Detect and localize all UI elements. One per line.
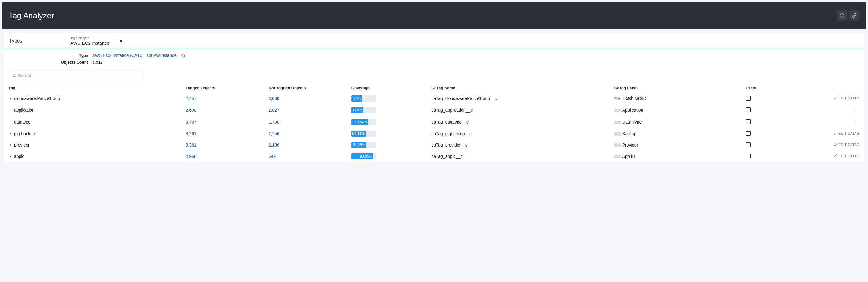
tagged-count[interactable]: 3,381 <box>186 143 196 147</box>
refresh-button[interactable] <box>837 10 847 21</box>
catag-name: caTag_cloudawarePatchGroup__c <box>432 96 497 101</box>
chevron-right-icon[interactable] <box>8 143 12 147</box>
close-icon[interactable]: ✕ <box>119 38 123 44</box>
edit-catag-link[interactable]: EDIT CATAG <box>834 143 860 146</box>
exact-checkbox[interactable] <box>746 153 751 159</box>
not-tagged-count[interactable]: 2,136 <box>269 143 279 147</box>
meta-count-value: 5,517 <box>92 60 103 64</box>
meta-count-label: Objects Count <box>10 60 92 64</box>
coverage-bar: 48.76% <box>351 107 376 113</box>
exact-checkbox[interactable] <box>746 142 751 147</box>
tab-tags-on-type[interactable]: Tags on type: AWS EC2 Instance ✕ <box>65 33 126 49</box>
coverage-bar: 59.11% <box>351 131 376 137</box>
not-tagged-count[interactable]: 2,827 <box>269 108 279 113</box>
row-menu-button[interactable]: ⋮ <box>850 119 860 125</box>
tag-name: gig-backup <box>14 131 35 136</box>
edit-catag-link[interactable]: EDIT CATAG <box>834 154 860 158</box>
refresh-icon <box>840 13 844 18</box>
catag-label: Provider <box>622 143 638 147</box>
catag-name: caTag_datatype__c <box>432 120 468 124</box>
tab-prefix: Tags on type: <box>70 36 120 40</box>
col-exact[interactable]: Exact <box>741 83 798 93</box>
main-panel: Types Tags on type: AWS EC2 Instance ✕ T… <box>4 33 864 162</box>
coverage-fill: 61.28% <box>351 142 367 148</box>
catag-label: Patch Group <box>623 96 647 101</box>
edit-catag-link[interactable]: EDIT CATAG <box>834 96 860 100</box>
coverage-fill: 68.64% <box>351 119 368 125</box>
tagged-count[interactable]: 2,457 <box>186 96 196 101</box>
tag-name: appid <box>14 154 25 159</box>
chevron-right-icon[interactable] <box>8 132 12 136</box>
row-menu-button[interactable]: ⋮ <box>850 107 860 113</box>
edit-catag-label: EDIT CATAG <box>839 132 860 135</box>
tag-name: cloudaware:PatchGroup <box>14 96 60 101</box>
svg-point-0 <box>12 74 15 77</box>
col-coverage[interactable]: Coverage <box>347 83 427 93</box>
search-icon <box>12 74 16 78</box>
edit-catag-label: EDIT CATAG <box>839 96 860 100</box>
tag-name: application <box>14 108 34 113</box>
table-row: appid 4,968 549 90.05% caTag_appid__c Ap… <box>4 151 864 162</box>
search-input[interactable] <box>18 73 140 78</box>
exact-checkbox[interactable] <box>746 96 751 101</box>
tagged-count[interactable]: 4,968 <box>186 154 196 159</box>
col-catag-label[interactable]: CaTag Label <box>610 83 741 93</box>
coverage-bar: 68.64% <box>351 119 376 125</box>
coverage-bar: 61.28% <box>351 142 376 148</box>
coverage-bar: 90.05% <box>351 153 376 159</box>
redacted-prefix <box>614 143 621 147</box>
tagged-count[interactable]: 3,787 <box>186 120 196 124</box>
col-not-tagged[interactable]: Not Tagged Objects <box>264 83 347 93</box>
meta-type-value[interactable]: AWS EC2 Instance (CA10__CaAwsInstance__c… <box>92 53 185 58</box>
tab-types-label: Types <box>9 38 22 44</box>
tag-name: datatype <box>14 120 31 124</box>
coverage-fill: 48.76% <box>351 107 363 113</box>
tab-bar: Types Tags on type: AWS EC2 Instance ✕ <box>4 33 864 49</box>
catag-label: Data Type <box>622 120 642 124</box>
catag-label: Application <box>622 108 643 113</box>
app-header: Tag Analyzer <box>2 2 866 29</box>
col-catag-name[interactable]: CaTag Name <box>427 83 610 93</box>
not-tagged-count[interactable]: 1,730 <box>269 120 279 124</box>
col-tagged[interactable]: Tagged Objects <box>181 83 264 93</box>
redacted-prefix: CA: <box>614 96 621 101</box>
tab-types[interactable]: Types <box>4 33 65 49</box>
tagged-count[interactable]: 3,261 <box>186 131 196 136</box>
chevron-right-icon[interactable] <box>8 154 12 158</box>
coverage-fill: 90.05% <box>351 153 373 159</box>
exact-checkbox[interactable] <box>746 131 751 136</box>
edit-catag-link[interactable]: EDIT CATAG <box>834 132 860 135</box>
svg-line-1 <box>15 76 16 77</box>
tags-table: Tag Tagged Objects Not Tagged Objects Co… <box>4 83 864 162</box>
coverage-fill: 44.54% <box>351 95 363 102</box>
chevron-right-icon[interactable] <box>8 97 12 100</box>
edit-catag-label: EDIT CATAG <box>839 143 860 146</box>
pencil-icon <box>834 143 837 146</box>
col-tag[interactable]: Tag <box>4 83 181 93</box>
page-title: Tag Analyzer <box>8 11 54 21</box>
redacted-prefix <box>614 132 621 136</box>
table-row: provider 3,381 2,136 61.28% caTag_provid… <box>4 139 864 151</box>
table-row: gig-backup 3,261 2,256 59.11% caTag_gigb… <box>4 128 864 139</box>
tab-title: AWS EC2 Instance <box>70 40 120 46</box>
not-tagged-count[interactable]: 2,256 <box>269 131 279 136</box>
not-tagged-count[interactable]: 3,060 <box>269 96 279 101</box>
pencil-icon <box>834 154 837 158</box>
catag-label: Backup <box>622 131 637 136</box>
tag-name: provider <box>14 143 30 147</box>
not-tagged-count[interactable]: 549 <box>269 154 276 159</box>
redacted-prefix <box>614 120 621 124</box>
pencil-icon <box>834 96 837 100</box>
exact-checkbox[interactable] <box>746 107 751 112</box>
meta-type-label: Type <box>10 53 92 58</box>
table-row: datatype 3,787 1,730 68.64% caTag_dataty… <box>4 116 864 128</box>
exact-checkbox[interactable] <box>746 119 751 124</box>
meta-block: Type AWS EC2 Instance (CA10__CaAwsInstan… <box>4 49 864 68</box>
catag-name: caTag_provider__c <box>432 143 468 147</box>
search-box[interactable] <box>8 70 143 80</box>
header-actions <box>837 10 860 21</box>
link-button[interactable] <box>849 10 860 21</box>
coverage-fill: 59.11% <box>351 131 366 137</box>
tagged-count[interactable]: 2,690 <box>186 108 196 113</box>
catag-label: App ID <box>622 154 636 159</box>
